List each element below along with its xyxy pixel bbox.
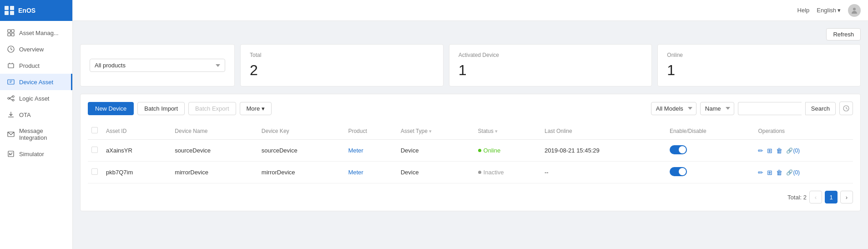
history-button[interactable]	[839, 102, 853, 115]
product-filter-select[interactable]: All products	[90, 59, 225, 72]
sidebar-item-label-message: Message Integration	[19, 127, 65, 141]
edit-icon-0[interactable]: ✏	[758, 147, 763, 154]
svg-line-7	[11, 49, 12, 50]
sidebar-item-asset-manag[interactable]: Asset Manag...	[0, 25, 72, 41]
sidebar-item-message-integration[interactable]: Message Integration	[0, 123, 72, 146]
sidebar-item-label-device: Device Asset	[19, 79, 53, 86]
col-header-device-name: Device Name	[171, 122, 258, 140]
sidebar-item-product[interactable]: Product	[0, 57, 72, 74]
sidebar-item-simulator[interactable]: Simulator	[0, 146, 72, 162]
sidebar: EnOS Asset Manag... Overview Product	[0, 0, 73, 249]
svg-point-15	[12, 96, 14, 97]
total-card: Total 2	[240, 44, 444, 86]
filter-card: All products	[80, 44, 235, 86]
delete-icon-0[interactable]: 🗑	[776, 147, 782, 154]
cell-status-1: Inactive	[474, 162, 541, 183]
col-header-enable-disable: Enable/Disable	[666, 122, 754, 140]
col-header-last-online: Last Online	[541, 122, 666, 140]
pagination-prev[interactable]: ‹	[809, 191, 822, 203]
stats-row: All products Total 2 Activated Device 1 …	[80, 44, 861, 86]
svg-point-16	[12, 99, 14, 101]
batch-export-button[interactable]: Batch Export	[188, 102, 236, 115]
sidebar-logo: EnOS	[0, 0, 72, 21]
status-dot-1	[478, 171, 481, 174]
help-link[interactable]: Help	[797, 7, 810, 14]
user-avatar[interactable]	[848, 4, 861, 17]
sidebar-item-ota[interactable]: OTA	[0, 107, 72, 123]
svg-rect-21	[8, 151, 14, 157]
new-device-button[interactable]: New Device	[88, 102, 134, 115]
asset-type-filter-icon[interactable]: ▾	[429, 128, 432, 134]
col-header-status: Status ▾	[474, 122, 541, 140]
cell-device-name-1: mirrorDevice	[171, 162, 258, 183]
model-filter-select[interactable]: All Models	[651, 102, 696, 115]
copy-icon-1[interactable]: ⊞	[767, 169, 772, 176]
status-label-0: Online	[484, 147, 501, 154]
sidebar-item-device-asset[interactable]: Device Asset	[0, 74, 72, 90]
svg-line-17	[10, 97, 12, 98]
cell-last-online-1: --	[541, 162, 666, 183]
sidebar-item-label-simulator: Simulator	[19, 151, 44, 158]
status-filter-icon[interactable]: ▾	[495, 128, 498, 134]
online-card: Online 1	[657, 44, 861, 86]
table-toolbar: New Device Batch Import Batch Export Mor…	[88, 102, 853, 115]
table-row: pkb7Q7im mirrorDevice mirrorDevice Meter…	[88, 162, 853, 183]
copy-icon-0[interactable]: ⊞	[767, 147, 772, 154]
cell-asset-type-1: Device	[397, 162, 474, 183]
online-label: Online	[667, 52, 851, 58]
col-header-operations: Operations	[754, 122, 853, 140]
overview-icon	[7, 46, 15, 53]
op-count-1[interactable]: 🔗(0)	[786, 169, 800, 176]
status-dot-0	[478, 149, 481, 152]
refresh-button[interactable]: Refresh	[826, 28, 861, 41]
more-button[interactable]: More ▾	[240, 102, 272, 115]
cell-product-0[interactable]: Meter	[344, 140, 397, 162]
enable-toggle-0[interactable]	[670, 145, 687, 154]
language-chevron-icon: ▾	[838, 7, 841, 14]
sidebar-item-label-product: Product	[19, 62, 40, 69]
page-content: Refresh All products Total 2 Activated D…	[73, 21, 868, 249]
page-1-label: 1	[829, 194, 833, 201]
select-all-checkbox[interactable]	[91, 127, 98, 133]
cell-asset-id-1: pkb7Q7im	[102, 162, 171, 183]
row-checkbox-0[interactable]	[91, 147, 98, 153]
svg-rect-3	[8, 33, 10, 36]
content-header: Refresh	[80, 28, 861, 41]
cell-device-key-1: mirrorDevice	[258, 162, 345, 183]
sidebar-item-logic-asset[interactable]: Logic Asset	[0, 90, 72, 107]
pagination-next[interactable]: ›	[840, 191, 853, 203]
enable-toggle-1[interactable]	[670, 167, 687, 176]
history-icon	[843, 105, 849, 112]
table-row: aXainsYR sourceDevice sourceDevice Meter…	[88, 140, 853, 162]
sidebar-item-label-logic: Logic Asset	[19, 95, 50, 102]
search-input[interactable]	[738, 102, 802, 115]
total-label: Total	[250, 52, 434, 58]
more-chevron-icon: ▾	[262, 105, 265, 112]
svg-rect-4	[11, 33, 14, 36]
more-label: More	[247, 105, 260, 112]
main-content: Help English ▾ Refresh All products Tota…	[73, 0, 868, 249]
sidebar-item-label-overview: Overview	[19, 46, 44, 53]
pagination-total: Total: 2	[787, 194, 807, 201]
enos-logo-icon: EnOS	[18, 6, 45, 15]
name-filter-select[interactable]: Name	[700, 102, 734, 115]
search-button[interactable]: Search	[805, 102, 836, 115]
sidebar-item-overview[interactable]: Overview	[0, 41, 72, 57]
cell-last-online-0: 2019-08-21 15:45:29	[541, 140, 666, 162]
op-count-0[interactable]: 🔗(0)	[786, 147, 800, 154]
sidebar-item-label-ota: OTA	[19, 112, 31, 118]
edit-icon-1[interactable]: ✏	[758, 169, 763, 176]
toolbar-right: All Models Name Search	[651, 102, 853, 115]
cell-product-1[interactable]: Meter	[344, 162, 397, 183]
batch-import-button[interactable]: Batch Import	[137, 102, 185, 115]
svg-rect-11	[8, 80, 14, 84]
row-checkbox-1[interactable]	[91, 168, 98, 175]
pagination-page-1[interactable]: 1	[825, 191, 838, 203]
svg-line-18	[10, 98, 12, 100]
cell-asset-type-0: Device	[397, 140, 474, 162]
status-label-1: Inactive	[484, 169, 504, 176]
svg-rect-2	[11, 30, 14, 32]
online-value: 1	[667, 62, 851, 79]
delete-icon-1[interactable]: 🗑	[776, 169, 782, 176]
language-selector[interactable]: English ▾	[817, 7, 841, 14]
